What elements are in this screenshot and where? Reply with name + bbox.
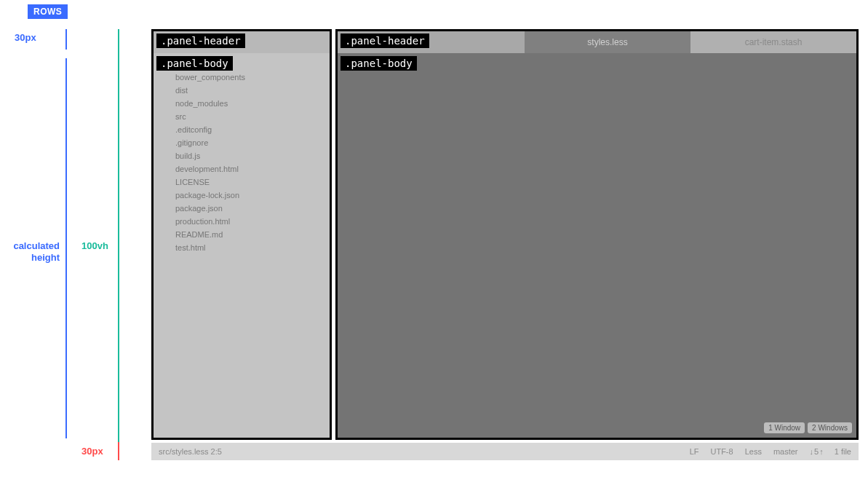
statusbar-language[interactable]: Less — [745, 447, 762, 456]
editor-mock: .panel-header .panel-body vintage-shop b… — [151, 29, 859, 460]
annotation-calculated-line1: calculated — [13, 240, 60, 251]
tree-item[interactable]: package-lock.json — [164, 189, 330, 202]
annotation-column: 30px calculated height 100vh 30px — [0, 29, 151, 466]
statusbar-path[interactable]: src/styles.less 2:5 — [159, 447, 222, 456]
status-bar: src/styles.less 2:5 LF UTF-8 Less master… — [151, 443, 859, 460]
content-panel-header: .panel-header styles.less cart-item.stas… — [338, 31, 856, 53]
window-toggle: 1 Window 2 Windows — [764, 422, 852, 433]
panel-header-label: .panel-header — [341, 33, 429, 48]
annotation-calculated-line2: height — [31, 252, 60, 263]
statusbar-encoding[interactable]: UTF-8 — [710, 447, 733, 456]
one-window-button[interactable]: 1 Window — [764, 422, 805, 433]
annotation-bar-calculated — [65, 58, 67, 438]
two-windows-button[interactable]: 2 Windows — [808, 422, 852, 433]
statusbar-git-status[interactable]: ↓ 5 ↑ — [810, 447, 823, 456]
tab-active[interactable]: styles.less — [525, 31, 690, 53]
tree-item[interactable]: package.json — [164, 202, 330, 215]
file-tree: vintage-shop bower_components dist node_… — [154, 53, 330, 254]
annotation-30px-top: 30px — [15, 32, 36, 43]
annotation-100vh: 100vh — [81, 240, 108, 251]
tree-item[interactable]: LICENSE — [164, 176, 330, 189]
rows-badge: ROWS — [28, 4, 68, 19]
sidebar-panel-body: .panel-body vintage-shop bower_component… — [154, 53, 330, 438]
statusbar-files[interactable]: 1 file — [835, 447, 851, 456]
tree-item[interactable]: test.html — [164, 241, 330, 254]
annotation-calculated-height: calculated height — [0, 240, 60, 263]
content-panel: .panel-header styles.less cart-item.stas… — [335, 29, 859, 440]
editor-main-row: .panel-header .panel-body vintage-shop b… — [151, 29, 859, 440]
statusbar-eol[interactable]: LF — [690, 447, 699, 456]
tree-item[interactable]: .editconfig — [164, 123, 330, 136]
tree-item[interactable]: dist — [164, 84, 330, 97]
tab-bar: styles.less cart-item.stash — [525, 31, 856, 53]
content-panel-body: .panel-body 1 Window 2 Windows — [338, 53, 856, 438]
tree-item[interactable]: .gitignore — [164, 136, 330, 149]
panel-body-label: .panel-body — [156, 56, 233, 71]
tree-item[interactable]: README.md — [164, 228, 330, 241]
annotation-bar-30px-bottom — [118, 442, 119, 460]
sidebar-panel: .panel-header .panel-body vintage-shop b… — [151, 29, 332, 440]
tab-inactive[interactable]: cart-item.stash — [690, 31, 856, 53]
annotation-30px-bottom: 30px — [81, 446, 103, 457]
statusbar-branch[interactable]: master — [773, 447, 798, 456]
tree-item[interactable]: build.js — [164, 149, 330, 162]
tree-item[interactable]: production.html — [164, 215, 330, 228]
tree-item[interactable]: src — [164, 110, 330, 123]
tree-item[interactable]: bower_components — [164, 71, 330, 84]
sidebar-panel-header: .panel-header — [154, 31, 330, 53]
panel-header-label: .panel-header — [156, 33, 245, 48]
tree-item[interactable]: node_modules — [164, 97, 330, 110]
annotation-bar-100vh — [118, 29, 119, 460]
panel-body-label: .panel-body — [341, 56, 417, 71]
tree-item[interactable]: development.html — [164, 162, 330, 176]
annotation-bar-30px-top — [65, 29, 67, 50]
